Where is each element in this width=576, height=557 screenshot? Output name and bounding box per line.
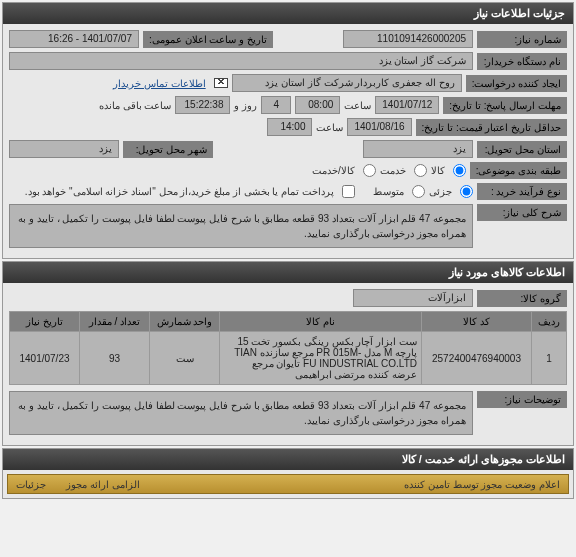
buyer-value: شرکت گاز استان یزد [9,52,473,70]
province-value: یزد [363,140,473,158]
proc-partial-radio[interactable] [460,185,473,198]
datetime-label: تاریخ و ساعت اعلان عمومی: [143,31,273,48]
validity-time: 14:00 [267,118,312,136]
proc-partial-text: جزئی [429,186,452,197]
notes-text: مجموعه 47 قلم ابزار آلات بتعداد 93 قطعه … [9,391,473,435]
validity-label: حداقل تاریخ اعتبار قیمت: تا تاریخ: [416,119,567,136]
city-label: شهر محل تحویل: [123,141,213,158]
group-label: گروه کالا: [477,290,567,307]
cat-service-radio[interactable] [414,164,427,177]
process-label: نوع فرآیند خرید : [477,183,567,200]
col-required: الزامی ارائه مجوز [66,479,140,490]
cell-unit: ست [150,332,220,385]
cat-goods-radio[interactable] [453,164,466,177]
cell-qty: 93 [80,332,150,385]
buyer-label: نام دستگاه خریدار: [477,53,567,70]
permits-panel: اطلاعات مجوزهای ارائه خدمت / کالا اعلام … [2,448,574,499]
time-label-1: ساعت [344,100,371,111]
th-code: کد کالا [422,312,532,332]
goods-info-panel: اطلاعات کالاهای مورد نیاز گروه کالا: ابز… [2,261,574,446]
status-header-text: اعلام وضعیت مجوز توسط تامین کننده [404,479,560,490]
envelope-icon [214,78,228,88]
remaining-time: 15:22:38 [175,96,230,114]
need-title-text: مجموعه 47 قلم ابزار آلات بتعداد 93 قطعه … [9,204,473,248]
need-number: 1101091426000205 [343,30,473,48]
proc-medium-radio[interactable] [412,185,425,198]
cat-service-option[interactable]: خدمت [380,164,427,177]
proc-medium-option[interactable]: متوسط [373,185,425,198]
cat-goods-option[interactable]: کالا [431,164,466,177]
cat-goods-text: کالا [431,165,445,176]
th-row: ردیف [532,312,567,332]
cell-name: ست ابزار آچار بکس رینگی بکسور تخت 15 پار… [220,332,422,385]
cell-idx: 1 [532,332,567,385]
goods-panel-body: گروه کالا: ابزارآلات ردیف کد کالا نام کا… [3,283,573,445]
payment-checkbox[interactable] [342,185,355,198]
th-qty: تعداد / مقدار [80,312,150,332]
notes-label: توضیحات نیاز: [477,391,567,408]
days-count: 4 [261,96,291,114]
cell-code: 2572400476940003 [422,332,532,385]
cat-gs-radio[interactable] [363,164,376,177]
deadline-date: 1401/07/12 [375,96,439,114]
contact-link[interactable]: اطلاعات تماس خریدار [109,78,210,89]
datetime-value: 1401/07/07 - 16:26 [9,30,139,48]
th-name: نام کالا [220,312,422,332]
payment-note-option[interactable]: پرداخت تمام یا بخشی از مبلغ خرید،از محل … [25,185,355,198]
goods-table: ردیف کد کالا نام کالا واحد شمارش تعداد /… [9,311,567,385]
permits-title: اطلاعات مجوزهای ارائه خدمت / کالا [3,449,573,470]
time-label-2: ساعت [316,122,343,133]
province-label: استان محل تحویل: [477,141,567,158]
cat-service-text: خدمت [380,165,406,176]
need-number-label: شماره نیاز: [477,31,567,48]
days-label: روز و [234,100,257,111]
deadline-label: مهلت ارسال پاسخ: تا تاریخ: [443,97,567,114]
proc-partial-option[interactable]: جزئی [429,185,473,198]
permits-status-bar: اعلام وضعیت مجوز توسط تامین کننده الزامی… [7,474,569,494]
th-unit: واحد شمارش [150,312,220,332]
category-label: طبقه بندی موضوعی: [470,162,567,179]
city-value: یزد [9,140,119,158]
validity-date: 1401/08/16 [347,118,411,136]
creator-label: ایجاد کننده درخواست: [466,75,567,92]
payment-note-text: پرداخت تمام یا بخشی از مبلغ خرید،از محل … [25,186,334,197]
table-header-row: ردیف کد کالا نام کالا واحد شمارش تعداد /… [10,312,567,332]
deadline-time: 08:00 [295,96,340,114]
group-value: ابزارآلات [353,289,473,307]
cell-date: 1401/07/23 [10,332,80,385]
need-details-panel: جزئیات اطلاعات نیاز شماره نیاز: 11010914… [2,2,574,259]
table-row: 1 2572400476940003 ست ابزار آچار بکس رین… [10,332,567,385]
proc-medium-text: متوسط [373,186,404,197]
panel-body: شماره نیاز: 1101091426000205 تاریخ و ساع… [3,24,573,258]
goods-panel-title: اطلاعات کالاهای مورد نیاز [3,262,573,283]
col-details: جزئیات [16,479,46,490]
permits-body: اعلام وضعیت مجوز توسط تامین کننده الزامی… [3,470,573,498]
cat-gs-text: کالا/خدمت [312,165,355,176]
panel-title: جزئیات اطلاعات نیاز [3,3,573,24]
th-date: تاریخ نیاز [10,312,80,332]
creator-value: روح اله جعفری کاربردار شرکت گاز استان یز… [232,74,462,92]
cat-goods-service-option[interactable]: کالا/خدمت [312,164,376,177]
remaining-label: ساعت باقی مانده [99,100,172,111]
need-title-label: شرح کلی نیاز: [477,204,567,221]
